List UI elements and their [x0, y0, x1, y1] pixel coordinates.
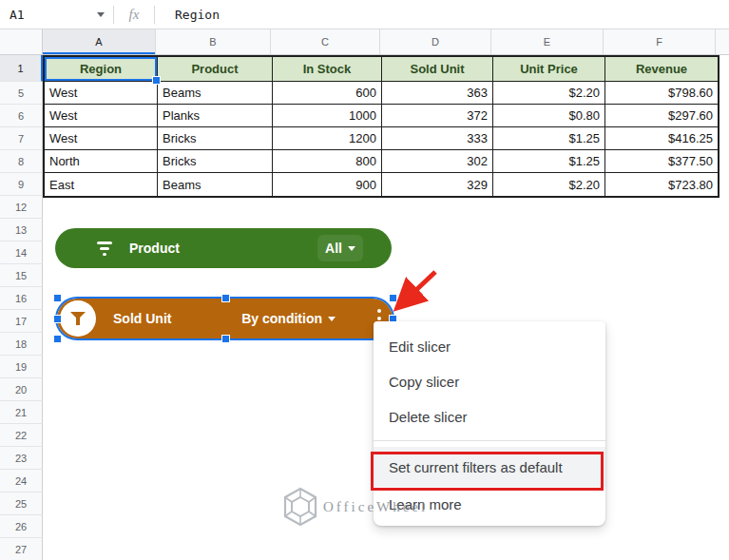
table-cell[interactable]: 900	[273, 173, 382, 196]
cell-reference: A1	[10, 8, 25, 22]
table-cell[interactable]: 333	[382, 127, 493, 150]
column-header-C[interactable]: C	[271, 29, 380, 54]
selection-handle[interactable]	[53, 294, 62, 302]
row-header-16[interactable]: 16	[0, 287, 43, 310]
row-header-1[interactable]: 1	[0, 55, 43, 82]
row-header-25[interactable]: 25	[0, 492, 43, 515]
table-cell[interactable]: $1.25	[493, 127, 605, 150]
row-header-22[interactable]: 22	[0, 424, 43, 447]
menu-item-edit-slicer[interactable]: Edit slicer	[374, 329, 605, 364]
table-cell[interactable]: $2.20	[493, 82, 605, 105]
table-header-cell[interactable]: In Stock	[273, 57, 382, 82]
row-header-27[interactable]: 27	[0, 538, 43, 560]
row-header-12[interactable]: 12	[0, 196, 43, 219]
table-header-cell[interactable]: Revenue	[605, 57, 718, 82]
table-cell[interactable]: 329	[382, 173, 493, 196]
selection-handle[interactable]	[53, 335, 62, 343]
table-cell[interactable]: 302	[382, 150, 493, 173]
table-cell[interactable]: Beams	[158, 82, 273, 105]
table-cell[interactable]: 372	[382, 105, 493, 127]
row-header-14[interactable]: 14	[0, 241, 43, 264]
slicer-value-text: By condition	[241, 311, 322, 326]
formula-bar: A1 fx Region	[0, 0, 729, 29]
table-cell[interactable]: 800	[273, 150, 382, 173]
table-cell[interactable]: $2.20	[493, 173, 605, 196]
officewheel-logo-icon	[281, 486, 319, 528]
table-cell[interactable]: 1200	[273, 127, 382, 150]
row-header-6[interactable]: 6	[0, 105, 43, 127]
table-cell[interactable]: North	[45, 150, 158, 173]
row-header-21[interactable]: 21	[0, 401, 43, 424]
row-header-8[interactable]: 8	[0, 150, 43, 173]
row-header-19[interactable]: 19	[0, 356, 43, 378]
table-cell[interactable]: Beams	[158, 173, 273, 196]
annotation-arrow-icon	[385, 264, 451, 317]
funnel-icon-circle	[60, 300, 96, 337]
table-cell[interactable]: 1000	[273, 105, 382, 127]
row-header-5[interactable]: 5	[0, 82, 43, 105]
slicer-condition-dropdown[interactable]: By condition	[234, 305, 343, 332]
menu-item-delete-slicer[interactable]: Delete slicer	[374, 399, 605, 434]
table-cell[interactable]: $1.25	[493, 150, 605, 173]
row-header-20[interactable]: 20	[0, 378, 43, 401]
divider	[154, 6, 155, 24]
table-cell[interactable]: East	[45, 173, 158, 196]
watermark: OfficeWheel	[281, 486, 428, 528]
row-header-26[interactable]: 26	[0, 515, 43, 538]
table-header-cell[interactable]: Region	[45, 57, 158, 82]
divider	[113, 6, 114, 24]
table-header-cell[interactable]: Product	[158, 57, 273, 82]
fill-handle[interactable]	[152, 76, 161, 85]
selection-handle[interactable]	[221, 294, 230, 302]
table-cell[interactable]: 600	[273, 82, 382, 105]
table-cell[interactable]: West	[45, 105, 158, 127]
row-header-18[interactable]: 18	[0, 333, 43, 356]
column-header-A[interactable]: A	[43, 29, 156, 54]
menu-divider	[374, 440, 605, 441]
column-header-E[interactable]: E	[491, 29, 604, 54]
table-cell[interactable]: $297.60	[605, 105, 718, 127]
table-cell[interactable]: $0.80	[493, 105, 605, 127]
row-header-9[interactable]: 9	[0, 173, 43, 196]
name-box-dropdown-icon[interactable]	[97, 12, 105, 17]
column-header-filler	[716, 29, 729, 54]
name-box[interactable]: A1	[0, 8, 105, 22]
slicer-value-dropdown[interactable]: All	[317, 235, 363, 261]
table-cell[interactable]: $377.50	[605, 150, 718, 173]
table-cell[interactable]: Bricks	[158, 127, 273, 150]
table-cell[interactable]: $723.80	[605, 173, 718, 196]
selection-handle[interactable]	[221, 335, 230, 343]
row-header-23[interactable]: 23	[0, 447, 43, 470]
select-all-corner[interactable]	[0, 29, 43, 54]
row-header-17[interactable]: 17	[0, 310, 43, 333]
table-cell[interactable]: West	[45, 82, 158, 105]
highlight-red-box	[371, 452, 604, 491]
data-table: RegionProductIn StockSold UnitUnit Price…	[43, 55, 719, 198]
column-headers: ABCDEF	[0, 29, 729, 55]
menu-item-copy-slicer[interactable]: Copy slicer	[374, 364, 605, 399]
filter-icon	[97, 241, 112, 256]
column-header-B[interactable]: B	[156, 29, 271, 54]
table-header-cell[interactable]: Sold Unit	[382, 57, 493, 82]
table-cell[interactable]: $798.60	[605, 82, 718, 105]
table-cell[interactable]: 363	[382, 82, 493, 105]
watermark-text: OfficeWheel	[323, 499, 428, 515]
table-cell[interactable]: Bricks	[158, 150, 273, 173]
slicer-title: Sold Unit	[113, 311, 171, 326]
table-cell[interactable]: West	[45, 127, 158, 150]
row-header-24[interactable]: 24	[0, 470, 43, 492]
table-cell[interactable]: $416.25	[605, 127, 718, 150]
sold-unit-slicer[interactable]: Sold Unit By condition	[57, 299, 393, 338]
formula-input[interactable]: Region	[175, 8, 220, 22]
row-header-15[interactable]: 15	[0, 264, 43, 287]
product-slicer[interactable]: Product All	[55, 228, 392, 268]
selection-handle[interactable]	[53, 315, 62, 323]
row-header-13[interactable]: 13	[0, 219, 43, 241]
row-header-7[interactable]: 7	[0, 127, 43, 150]
slicer-title: Product	[129, 241, 180, 256]
table-cell[interactable]: Planks	[158, 105, 273, 127]
column-header-D[interactable]: D	[380, 29, 491, 54]
chevron-down-icon	[328, 317, 336, 321]
column-header-F[interactable]: F	[604, 29, 716, 54]
table-header-cell[interactable]: Unit Price	[493, 57, 605, 82]
